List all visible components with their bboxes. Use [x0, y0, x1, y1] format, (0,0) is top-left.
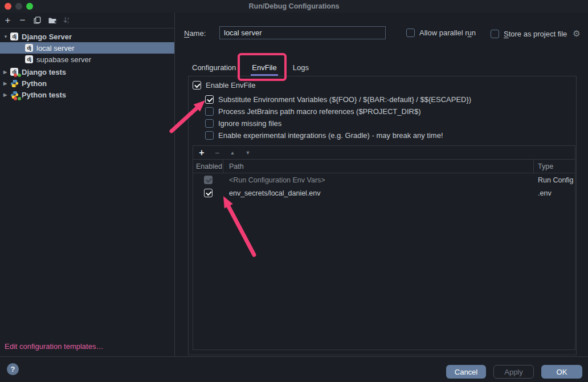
remove-env-file-icon[interactable]: − — [213, 148, 221, 157]
tab-envfile[interactable]: EnvFile — [251, 63, 277, 76]
store-as-project-file-option: Store as project file ⚙ — [491, 29, 581, 39]
tree-item-label: supabase server — [36, 55, 91, 64]
env-file-type: .env — [534, 189, 575, 197]
remove-configuration-icon[interactable]: − — [18, 15, 27, 25]
sort-configurations-icon[interactable]: az — [62, 15, 72, 25]
option-label: Substitute Environment Variables (${FOO}… — [218, 95, 471, 104]
tab-logs[interactable]: Logs — [292, 63, 310, 76]
ignore-missing-files-checkbox[interactable] — [205, 119, 214, 128]
substitute-env-vars-checkbox[interactable] — [205, 95, 214, 104]
process-path-macro-checkbox[interactable] — [205, 107, 214, 116]
chevron-right-icon[interactable]: ▶ — [0, 81, 10, 86]
tree-item-django-tests[interactable]: ▶ dj Django tests — [0, 66, 174, 78]
env-files-table-toolbar: + − ▲ ▼ — [193, 146, 575, 160]
store-as-project-file-label: Store as project file — [504, 30, 567, 38]
env-files-table-header: Enabled Path Type — [193, 160, 575, 173]
experimental-integrations-option: Enable experimental integrations (e.g. G… — [205, 131, 443, 140]
python-icon — [10, 79, 22, 88]
enable-envfile-label: Enable EnvFile — [206, 81, 255, 90]
configuration-detail-pane: Name: Allow parallel run Store as projec… — [175, 13, 588, 356]
option-label: Ignore missing files — [218, 119, 281, 128]
tree-item-label: Django Server — [22, 32, 72, 41]
title-bar: Run/Debug Configurations — [0, 0, 588, 13]
tree-item-django-server[interactable]: ▼ dj Django Server — [0, 31, 174, 42]
configuration-tabs: Configuration EnvFile Logs — [191, 60, 310, 76]
enable-envfile-option: Enable EnvFile — [193, 81, 255, 90]
tree-item-python[interactable]: ▶ Python — [0, 78, 174, 89]
django-icon: dj — [25, 44, 36, 52]
column-header-enabled: Enabled — [193, 160, 223, 173]
tree-item-supabase-server[interactable]: dj supabase server — [0, 54, 174, 65]
ignore-missing-files-option: Ignore missing files — [205, 119, 281, 128]
help-button[interactable]: ? — [7, 363, 19, 375]
new-folder-icon[interactable] — [47, 15, 57, 25]
tree-item-local-server[interactable]: dj local server — [0, 42, 174, 54]
process-path-macro-option: Process JetBrains path macro references … — [205, 107, 420, 116]
experimental-integrations-checkbox[interactable] — [205, 131, 214, 140]
dialog-footer: ? Cancel Apply OK — [0, 356, 588, 382]
chevron-down-icon[interactable]: ▼ — [0, 34, 10, 39]
apply-button[interactable]: Apply — [493, 365, 534, 379]
configurations-sidebar: + − az ▼ dj Django Server dj local serve… — [0, 13, 175, 356]
cancel-button[interactable]: Cancel — [446, 365, 486, 379]
name-label: Name: — [184, 29, 206, 38]
env-file-path: env_secrets/local_daniel.env — [223, 189, 534, 197]
allow-parallel-run-checkbox[interactable] — [406, 29, 415, 37]
python-tests-icon — [10, 91, 22, 99]
django-icon: dj — [10, 32, 22, 40]
django-tests-icon: dj — [10, 68, 22, 76]
env-file-row-local-daniel[interactable]: env_secrets/local_daniel.env .env — [193, 186, 575, 200]
move-down-icon[interactable]: ▼ — [244, 150, 252, 156]
copy-configuration-icon[interactable] — [32, 15, 42, 25]
column-header-type: Type — [534, 160, 575, 173]
add-env-file-icon[interactable]: + — [198, 148, 206, 158]
row-enabled-checkbox — [204, 176, 213, 184]
name-input[interactable] — [219, 26, 386, 39]
tree-item-label: Django tests — [22, 68, 66, 76]
enable-envfile-checkbox[interactable] — [193, 81, 201, 90]
django-icon: dj — [25, 55, 36, 63]
env-file-type: Run Config — [534, 176, 575, 184]
option-label: Process JetBrains path macro references … — [218, 107, 420, 116]
env-file-path: <Run Configuration Env Vars> — [223, 176, 534, 184]
tree-item-label: local server — [36, 44, 74, 52]
option-label: Enable experimental integrations (e.g. G… — [218, 131, 443, 140]
configurations-tree: ▼ dj Django Server dj local server dj su… — [0, 29, 174, 100]
ok-button[interactable]: OK — [541, 365, 582, 379]
sidebar-toolbar: + − az — [0, 13, 174, 29]
move-up-icon[interactable]: ▲ — [228, 150, 236, 156]
env-file-row-run-config[interactable]: <Run Configuration Env Vars> Run Config — [193, 173, 575, 186]
row-enabled-checkbox[interactable] — [204, 189, 213, 197]
tree-item-python-tests[interactable]: ▶ Python tests — [0, 89, 174, 100]
chevron-right-icon[interactable]: ▶ — [0, 92, 10, 97]
tab-configuration[interactable]: Configuration — [191, 63, 237, 76]
edit-configuration-templates-link[interactable]: Edit configuration templates… — [5, 342, 103, 351]
allow-parallel-run-option: Allow parallel run — [406, 29, 476, 37]
column-header-path: Path — [223, 160, 534, 173]
svg-text:z: z — [67, 20, 69, 24]
add-configuration-icon[interactable]: + — [3, 15, 13, 25]
substitute-env-vars-option: Substitute Environment Variables (${FOO}… — [205, 95, 471, 104]
allow-parallel-run-label: Allow parallel run — [419, 29, 476, 37]
envfile-tab-panel: Enable EnvFile Substitute Environment Va… — [188, 76, 577, 355]
env-files-table: + − ▲ ▼ Enabled Path Type <Run Configura… — [193, 145, 575, 350]
tree-item-label: Python — [22, 79, 47, 88]
chevron-right-icon[interactable]: ▶ — [0, 70, 10, 75]
store-settings-gear-icon[interactable]: ⚙ — [573, 29, 580, 39]
svg-text:a: a — [67, 16, 70, 20]
tree-item-label: Python tests — [22, 91, 66, 99]
window-title: Run/Debug Configurations — [0, 0, 588, 13]
store-as-project-file-checkbox[interactable] — [491, 30, 499, 38]
